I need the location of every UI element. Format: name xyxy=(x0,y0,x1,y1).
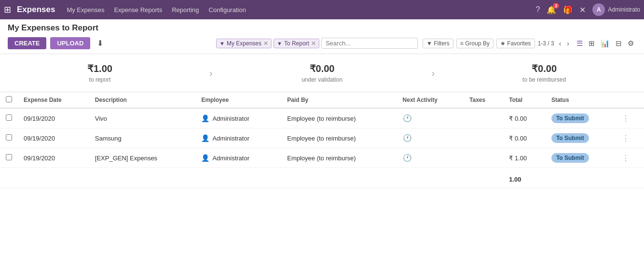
row-employee: 👤Administrator xyxy=(195,148,281,168)
avatar-circle: A xyxy=(592,3,605,16)
notification-icon[interactable]: 🔔 2 xyxy=(547,5,556,14)
label-under-validation: under validation xyxy=(301,76,343,83)
star-icon: ★ xyxy=(500,40,506,47)
row-date: 09/19/2020 xyxy=(18,148,89,168)
row-checkbox[interactable] xyxy=(6,154,12,160)
menu-my-expenses[interactable]: My Expenses xyxy=(67,4,104,15)
header-status[interactable]: Status xyxy=(546,92,616,108)
header-paid-by[interactable]: Paid By xyxy=(281,92,397,108)
arrow-icon-2: › xyxy=(422,68,444,79)
menu-configuration[interactable]: Configuration xyxy=(209,4,246,15)
header-employee[interactable]: Employee xyxy=(195,92,281,108)
more-options-icon[interactable]: ⋮ xyxy=(622,154,630,162)
chip1-close[interactable]: ✕ xyxy=(263,40,268,47)
kanban-view-button[interactable]: ⊞ xyxy=(586,38,597,49)
download-button[interactable]: ⬇ xyxy=(94,37,106,50)
row-status: To Submit xyxy=(546,148,616,168)
menu-expense-reports[interactable]: Expense Reports xyxy=(114,4,162,15)
header-next-activity[interactable]: Next Activity xyxy=(397,92,464,108)
close-icon[interactable]: ✕ xyxy=(579,5,586,14)
row-status: To Submit xyxy=(546,108,616,128)
grid-icon[interactable]: ⊞ xyxy=(4,4,11,15)
pagination-nav: ‹ › xyxy=(557,40,571,47)
label-to-report: to report xyxy=(89,76,111,83)
row-description: Vivo xyxy=(89,108,196,128)
row-date: 09/19/2020 xyxy=(18,108,89,128)
next-page-button[interactable]: › xyxy=(565,40,571,47)
row-description: Samsung xyxy=(89,128,196,148)
select-all-checkbox[interactable] xyxy=(6,96,12,102)
help-icon[interactable]: ? xyxy=(535,5,540,14)
chip1-label: My Expenses xyxy=(227,40,261,47)
filter-icon: ▼ xyxy=(426,40,432,47)
chart-view-button[interactable]: 📊 xyxy=(598,38,612,49)
row-date: 09/19/2020 xyxy=(18,128,89,148)
header-checkbox-cell xyxy=(0,92,18,108)
row-total: ₹ 0.00 xyxy=(503,108,546,128)
label-to-be-reimbursed: to be reimbursed xyxy=(522,76,566,83)
more-options-icon[interactable]: ⋮ xyxy=(622,134,630,142)
settings-view-button[interactable]: ⚙ xyxy=(625,38,636,49)
chip2-close[interactable]: ✕ xyxy=(311,40,316,47)
table-row[interactable]: 09/19/2020 Samsung 👤Administrator Employ… xyxy=(0,128,644,148)
filter-chip-to-report[interactable]: ▼ To Report ✕ xyxy=(274,39,319,48)
row-taxes xyxy=(464,108,503,128)
funnel-icon: ▼ xyxy=(219,41,225,46)
gift-icon[interactable]: 🎁 xyxy=(563,5,573,14)
header-total[interactable]: Total xyxy=(503,92,546,108)
row-description: [EXP_GEN] Expenses xyxy=(89,148,196,168)
header-expense-date[interactable]: Expense Date xyxy=(18,92,89,108)
activity-clock-icon: 🕐 xyxy=(403,154,412,162)
summary-to-be-reimbursed: ₹0.00 to be reimbursed xyxy=(444,54,644,92)
summary-to-report: ₹1.00 to report xyxy=(0,54,200,92)
groupby-button[interactable]: ≡ Group By xyxy=(456,39,493,48)
amount-to-report: ₹1.00 xyxy=(87,63,112,74)
list-view-button[interactable]: ☰ xyxy=(574,38,585,49)
row-checkbox[interactable] xyxy=(6,114,12,121)
summary-under-validation: ₹0.00 under validation xyxy=(222,54,422,92)
row-paid-by: Employee (to reimburse) xyxy=(281,148,397,168)
table-row[interactable]: 09/19/2020 Vivo 👤Administrator Employee … xyxy=(0,108,644,128)
row-status: To Submit xyxy=(546,128,616,148)
row-checkbox[interactable] xyxy=(6,134,12,141)
expense-table: Expense Date Description Employee Paid B… xyxy=(0,92,644,188)
prev-page-button[interactable]: ‹ xyxy=(557,40,563,47)
grid-view-button[interactable]: ⊟ xyxy=(613,38,624,49)
row-taxes xyxy=(464,128,503,148)
subheader-left: CREATE UPLOAD ⬇ xyxy=(8,37,106,50)
subheader-right: ▼ My Expenses ✕ ▼ To Report ✕ ▼ Filters … xyxy=(216,38,636,49)
more-options-icon[interactable]: ⋮ xyxy=(622,114,630,123)
user-name: Administrato xyxy=(608,6,640,13)
expense-table-container: Expense Date Description Employee Paid B… xyxy=(0,92,644,188)
filter-chips: ▼ My Expenses ✕ ▼ To Report ✕ xyxy=(216,38,418,49)
upload-button[interactable]: UPLOAD xyxy=(50,37,90,49)
status-badge: To Submit xyxy=(551,113,589,123)
filters-button[interactable]: ▼ Filters xyxy=(423,39,453,48)
status-badge: To Submit xyxy=(551,133,589,143)
footer-end xyxy=(546,168,644,188)
brand-name: Expenses xyxy=(17,5,55,14)
funnel-icon2: ▼ xyxy=(277,41,282,46)
row-more-options[interactable]: ⋮ xyxy=(616,128,644,148)
search-input[interactable] xyxy=(321,38,418,49)
chip2-label: To Report xyxy=(284,40,309,47)
arrow-icon-1: › xyxy=(200,68,222,79)
status-badge: To Submit xyxy=(551,153,589,163)
favorites-button[interactable]: ★ Favorites xyxy=(496,39,535,48)
row-total: ₹ 0.00 xyxy=(503,128,546,148)
row-more-options[interactable]: ⋮ xyxy=(616,148,644,168)
user-avatar[interactable]: A Administrato xyxy=(592,3,640,16)
table-header-row: Expense Date Description Employee Paid B… xyxy=(0,92,644,108)
view-controls: ▼ Filters ≡ Group By ★ Favorites 1-3 / 3… xyxy=(423,38,636,49)
filter-chip-my-expenses[interactable]: ▼ My Expenses ✕ xyxy=(216,39,272,48)
header-taxes[interactable]: Taxes xyxy=(464,92,503,108)
amount-under-validation: ₹0.00 xyxy=(310,63,335,74)
activity-clock-icon: 🕐 xyxy=(403,114,412,122)
header-description[interactable]: Description xyxy=(89,92,196,108)
footer-spacer xyxy=(0,168,503,188)
create-button[interactable]: CREATE xyxy=(8,37,46,49)
table-row[interactable]: 09/19/2020 [EXP_GEN] Expenses 👤Administr… xyxy=(0,148,644,168)
summary-bar: ₹1.00 to report › ₹0.00 under validation… xyxy=(0,54,644,92)
menu-reporting[interactable]: Reporting xyxy=(172,4,199,15)
row-more-options[interactable]: ⋮ xyxy=(616,108,644,128)
